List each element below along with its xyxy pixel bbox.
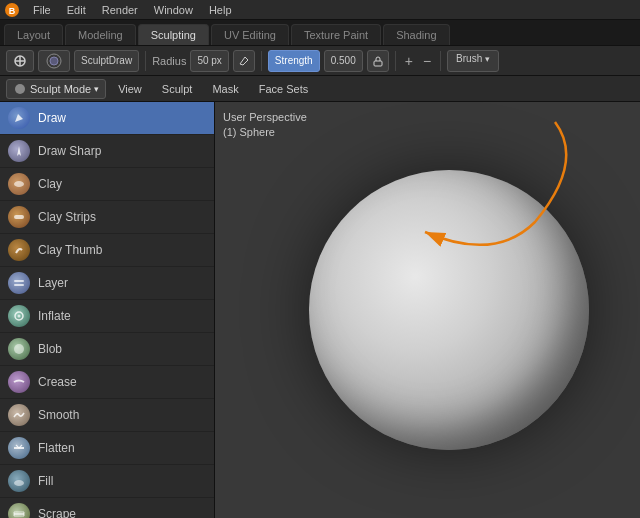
svg-point-14	[18, 315, 21, 318]
strength-value-btn[interactable]: 0.500	[324, 50, 363, 72]
tab-sculpting[interactable]: Sculpting	[138, 24, 209, 45]
separator-2	[261, 51, 262, 71]
tool-layer[interactable]: Layer	[0, 267, 214, 300]
add-btn[interactable]: +	[402, 53, 416, 69]
menu-edit[interactable]: Edit	[60, 2, 93, 18]
tool-clay-strips[interactable]: Clay Strips	[0, 201, 214, 234]
svg-text:B: B	[9, 6, 16, 16]
svg-rect-10	[14, 215, 24, 219]
layer-icon	[8, 272, 30, 294]
separator-1	[145, 51, 146, 71]
tool-crease-label: Crease	[38, 375, 77, 389]
tool-smooth[interactable]: Smooth	[0, 399, 214, 432]
sphere-container	[309, 170, 589, 450]
remove-btn[interactable]: −	[420, 53, 434, 69]
tab-shading[interactable]: Shading	[383, 24, 449, 45]
svg-rect-7	[374, 61, 382, 66]
flatten-icon	[8, 437, 30, 459]
header-mask[interactable]: Mask	[204, 81, 246, 97]
tab-texture-paint[interactable]: Texture Paint	[291, 24, 381, 45]
strength-label: Strength	[275, 55, 313, 66]
brush-icon-btn[interactable]	[38, 50, 70, 72]
perspective-label: User Perspective	[223, 110, 307, 125]
tool-clay-thumb[interactable]: Clay Thumb	[0, 234, 214, 267]
tool-crease[interactable]: Crease	[0, 366, 214, 399]
transform-btn[interactable]	[6, 50, 34, 72]
tool-fill[interactable]: Fill	[0, 465, 214, 498]
radius-value-btn[interactable]: 50 px	[190, 50, 228, 72]
mode-label: Sculpt Mode	[30, 83, 91, 95]
brush-dropdown-btn[interactable]: Brush ▾	[447, 50, 499, 72]
pen-icon-btn[interactable]	[233, 50, 255, 72]
smooth-icon	[8, 404, 30, 426]
tool-clay-label: Clay	[38, 177, 62, 191]
brush-name-btn[interactable]: SculptDraw	[74, 50, 139, 72]
tool-draw-label: Draw	[38, 111, 66, 125]
tool-inflate[interactable]: Inflate	[0, 300, 214, 333]
clay-icon	[8, 173, 30, 195]
draw-sharp-icon	[8, 140, 30, 162]
tool-clay-strips-label: Clay Strips	[38, 210, 96, 224]
menu-window[interactable]: Window	[147, 2, 200, 18]
brush-name-label: SculptDraw	[81, 55, 132, 66]
object-label: (1) Sphere	[223, 125, 307, 140]
viewport[interactable]: User Perspective (1) Sphere	[215, 102, 640, 518]
tool-draw-sharp[interactable]: Draw Sharp	[0, 135, 214, 168]
tool-clay[interactable]: Clay	[0, 168, 214, 201]
scrape-icon	[8, 503, 30, 518]
menu-file[interactable]: File	[26, 2, 58, 18]
separator-3	[395, 51, 396, 71]
svg-rect-11	[14, 280, 24, 282]
clay-thumb-icon	[8, 239, 30, 261]
tools-panel: Draw Draw Sharp Clay Clay Strips Clay Th	[0, 102, 215, 518]
top-menubar: B File Edit Render Window Help	[0, 0, 640, 20]
sculpt-mode-icon	[13, 82, 27, 96]
tab-layout[interactable]: Layout	[4, 24, 63, 45]
svg-point-6	[50, 57, 58, 65]
svg-point-17	[14, 480, 24, 486]
mode-select[interactable]: Sculpt Mode ▾	[6, 79, 106, 99]
tool-draw[interactable]: Draw	[0, 102, 214, 135]
separator-4	[440, 51, 441, 71]
draw-icon	[8, 107, 30, 129]
header-view[interactable]: View	[110, 81, 150, 97]
tool-layer-label: Layer	[38, 276, 68, 290]
mode-chevron-icon: ▾	[94, 84, 99, 94]
header-face-sets[interactable]: Face Sets	[251, 81, 317, 97]
tool-scrape-label: Scrape	[38, 507, 76, 518]
tool-smooth-label: Smooth	[38, 408, 79, 422]
tool-blob-label: Blob	[38, 342, 62, 356]
crease-icon	[8, 371, 30, 393]
workspace-tabs: Layout Modeling Sculpting UV Editing Tex…	[0, 20, 640, 46]
tool-inflate-label: Inflate	[38, 309, 71, 323]
tool-draw-sharp-label: Draw Sharp	[38, 144, 101, 158]
tool-scrape[interactable]: Scrape	[0, 498, 214, 518]
tab-uv-editing[interactable]: UV Editing	[211, 24, 289, 45]
radius-value: 50 px	[197, 55, 221, 66]
fill-icon	[8, 470, 30, 492]
strength-btn[interactable]: Strength	[268, 50, 320, 72]
header-sculpt[interactable]: Sculpt	[154, 81, 201, 97]
sphere-mesh	[309, 170, 589, 450]
tool-flatten[interactable]: Flatten	[0, 432, 214, 465]
tab-modeling[interactable]: Modeling	[65, 24, 136, 45]
menu-help[interactable]: Help	[202, 2, 239, 18]
lock-icon	[372, 55, 384, 67]
clay-strips-icon	[8, 206, 30, 228]
tool-fill-label: Fill	[38, 474, 53, 488]
toolbar-row: SculptDraw Radius 50 px Strength 0.500 +…	[0, 46, 640, 76]
svg-point-8	[15, 84, 25, 94]
blob-icon	[8, 338, 30, 360]
blender-logo: B	[4, 2, 20, 18]
tool-flatten-label: Flatten	[38, 441, 75, 455]
viewport-info: User Perspective (1) Sphere	[223, 110, 307, 141]
header-bar: Sculpt Mode ▾ View Sculpt Mask Face Sets	[0, 76, 640, 102]
inflate-icon	[8, 305, 30, 327]
lock-btn[interactable]	[367, 50, 389, 72]
menu-render[interactable]: Render	[95, 2, 145, 18]
svg-point-15	[14, 344, 24, 354]
tool-clay-thumb-label: Clay Thumb	[38, 243, 102, 257]
chevron-down-icon: ▾	[485, 54, 490, 64]
tool-blob[interactable]: Blob	[0, 333, 214, 366]
svg-point-9	[14, 181, 24, 187]
